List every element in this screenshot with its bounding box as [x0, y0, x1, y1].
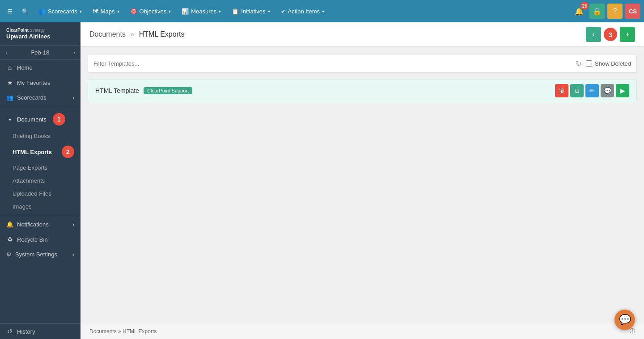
edit-template-button[interactable]: ✏ [585, 84, 599, 97]
annotation-badge-2: 2 [62, 146, 74, 158]
sidebar-item-recycle-bin[interactable]: ♻ Recycle Bin [0, 232, 80, 247]
breadcrumb: Documents » HTML Exports [89, 30, 184, 38]
user-avatar-button[interactable]: CS [625, 4, 640, 19]
sidebar-sub-item-attachments[interactable]: Attachments [0, 174, 80, 187]
settings-icon: ⚙ [6, 251, 12, 258]
chat-bubble-button[interactable]: 💬 [614, 310, 635, 330]
scorecards-sidebar-icon: 👥 [6, 94, 13, 101]
filter-input[interactable] [93, 60, 576, 67]
sidebar: ClearPoint Strategy Upward Airlines ‹ Fe… [0, 22, 80, 339]
template-actions: 🗑 ⧉ ✏ 💬 ▶ [555, 84, 629, 97]
notifications-bell-button[interactable]: 🔔 25 [572, 4, 587, 19]
top-nav-right: 🔔 25 🔒 ? CS [572, 4, 640, 19]
maps-menu-button[interactable]: 🗺 Maps ▾ [88, 5, 124, 17]
content-body: ↻ Show Deleted HTML Template ClearPoint … [80, 47, 644, 323]
annotation-badge-1: 1 [53, 113, 65, 126]
sidebar-divider [0, 107, 80, 107]
sidebar-item-history[interactable]: ↺ History [0, 323, 80, 339]
footer-icon: ⓘ [630, 327, 635, 335]
header-actions: ‹ 3 + [586, 27, 635, 42]
lock-button[interactable]: 🔒 [589, 4, 605, 19]
sidebar-sub-item-html-exports[interactable]: HTML Exports 2 [0, 142, 80, 161]
add-template-button[interactable]: + [620, 27, 635, 42]
content-footer: Documents » HTML Exports ⓘ [80, 323, 644, 339]
breadcrumb-root: Documents [89, 30, 126, 38]
notification-badge: 25 [580, 2, 589, 10]
sidebar-item-documents[interactable]: ▪ Documents 1 [0, 109, 80, 130]
maps-icon: 🗺 [93, 8, 98, 15]
footer-breadcrumb: Documents » HTML Exports [89, 328, 157, 335]
action-items-menu-button[interactable]: ✔ Action Items ▾ [276, 5, 329, 17]
action-items-icon: ✔ [281, 8, 286, 15]
sidebar-item-system-settings[interactable]: ⚙ System Settings › [0, 247, 80, 262]
run-template-button[interactable]: ▶ [616, 84, 629, 97]
sidebar-sub-item-images[interactable]: Images [0, 200, 80, 213]
template-row-left: HTML Template ClearPoint Support [95, 87, 192, 94]
annotation-badge-3: 3 [604, 28, 617, 41]
template-row: HTML Template ClearPoint Support 🗑 ⧉ ✏ 💬… [88, 79, 637, 102]
recycle-icon: ♻ [6, 236, 13, 243]
delete-template-button[interactable]: 🗑 [555, 84, 568, 97]
measures-menu-button[interactable]: 📊 Measures ▾ [177, 5, 225, 17]
home-icon: ⌂ [6, 64, 13, 71]
settings-chevron-icon: › [72, 251, 74, 258]
documents-icon: ▪ [6, 116, 13, 123]
objectives-icon: 🎯 [130, 8, 137, 15]
chevron-down-icon: ▾ [322, 9, 324, 14]
history-icon: ↺ [6, 328, 13, 335]
filter-bar: ↻ Show Deleted [88, 54, 637, 73]
template-badge: ClearPoint Support [144, 87, 192, 94]
copy-template-button[interactable]: ⧉ [570, 84, 584, 97]
chevron-down-icon: ▾ [169, 9, 171, 14]
template-name: HTML Template [95, 87, 139, 94]
chevron-down-icon: ▾ [117, 9, 119, 14]
breadcrumb-separator: » [130, 30, 134, 38]
chevron-down-icon: ▾ [80, 9, 82, 14]
content-area: Documents » HTML Exports ‹ 3 + ↻ Show De… [80, 22, 644, 339]
objectives-menu-button[interactable]: 🎯 Objectives ▾ [126, 5, 176, 17]
period-label: Feb-18 [31, 49, 49, 56]
measures-icon: 📊 [182, 8, 189, 15]
scorecards-icon: 👥 [38, 8, 46, 15]
sidebar-sub-item-uploaded-files[interactable]: Uploaded Files [0, 187, 80, 200]
main-area: ClearPoint Strategy Upward Airlines ‹ Fe… [0, 22, 644, 339]
top-nav: ☰ 🔍 👥 Scorecards ▾ 🗺 Maps ▾ 🎯 Objectives… [0, 0, 644, 22]
filter-actions: ↻ Show Deleted [576, 59, 631, 68]
sidebar-period: ‹ Feb-18 › [0, 46, 80, 60]
refresh-button[interactable]: ↻ [576, 59, 581, 68]
sidebar-item-favorites[interactable]: ★ My Favorites [0, 75, 80, 90]
show-deleted-container: Show Deleted [586, 60, 631, 67]
star-icon: ★ [6, 79, 13, 86]
show-deleted-checkbox[interactable] [586, 60, 592, 67]
sidebar-item-notifications[interactable]: 🔔 Notifications › [0, 217, 80, 232]
scorecards-chevron-icon: › [72, 94, 74, 101]
help-button[interactable]: ? [607, 4, 623, 19]
notifications-chevron-icon: › [72, 221, 74, 228]
bell-icon: 🔔 [6, 221, 13, 228]
period-next-button[interactable]: › [73, 49, 75, 56]
sidebar-logo: ClearPoint Strategy Upward Airlines [0, 22, 80, 46]
period-prev-button[interactable]: ‹ [5, 49, 7, 56]
chevron-down-icon: ▾ [268, 9, 270, 14]
sidebar-item-scorecards[interactable]: 👥 Scorecards › [0, 90, 80, 105]
sidebar-item-home[interactable]: ⌂ Home [0, 60, 80, 75]
initiatives-menu-button[interactable]: 📋 Initiatives ▾ [227, 5, 274, 17]
scorecards-menu-button[interactable]: 👥 Scorecards ▾ [34, 5, 86, 17]
comment-template-button[interactable]: 💬 [601, 84, 614, 97]
sidebar-sub-item-briefing-books[interactable]: Briefing Books [0, 130, 80, 142]
back-button[interactable]: ‹ [586, 27, 601, 42]
chevron-down-icon: ▾ [219, 9, 221, 14]
hamburger-button[interactable]: ☰ [4, 5, 16, 17]
sidebar-divider-2 [0, 215, 80, 215]
breadcrumb-current: HTML Exports [139, 30, 185, 38]
initiatives-icon: 📋 [232, 8, 239, 15]
search-button[interactable]: 🔍 [18, 5, 32, 17]
sidebar-sub-item-page-exports[interactable]: Page Exports [0, 161, 80, 174]
show-deleted-label: Show Deleted [595, 60, 631, 67]
template-list: HTML Template ClearPoint Support 🗑 ⧉ ✏ 💬… [88, 79, 637, 102]
content-header: Documents » HTML Exports ‹ 3 + [80, 22, 644, 47]
